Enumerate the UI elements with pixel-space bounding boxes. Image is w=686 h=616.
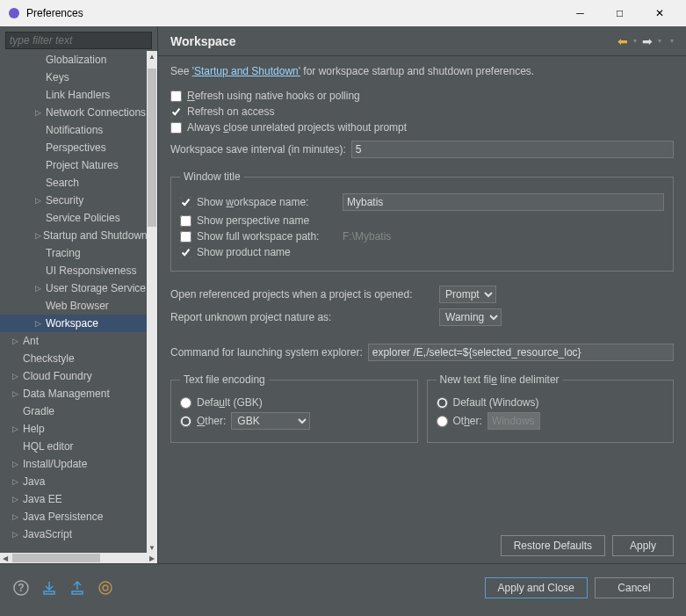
show-perspective-checkbox[interactable] xyxy=(180,215,191,227)
close-unrelated-label: Always close unrelated projects without … xyxy=(187,121,407,134)
delimiter-other-radio[interactable] xyxy=(437,416,448,427)
filter-input[interactable] xyxy=(5,32,152,49)
app-icon xyxy=(7,6,21,20)
tree-item-ant[interactable]: ▷Ant xyxy=(0,332,147,350)
tree-item-install-update[interactable]: ▷Install/Update xyxy=(0,455,147,473)
tree-item-keys[interactable]: Keys xyxy=(0,69,147,86)
tree-arrow-icon: ▷ xyxy=(12,337,21,345)
tree-item-perspectives[interactable]: Perspectives xyxy=(0,139,147,156)
close-unrelated-checkbox[interactable] xyxy=(170,122,182,134)
encoding-other-select[interactable]: GBK xyxy=(231,412,310,430)
tree-item-network-connections[interactable]: ▷Network Connections xyxy=(0,104,147,121)
tree-item-label: Project Natures xyxy=(46,159,119,171)
tree-item-java-ee[interactable]: ▷Java EE xyxy=(0,490,147,508)
tree-item-label: Web Browser xyxy=(46,300,109,312)
refresh-hooks-checkbox[interactable] xyxy=(170,91,182,102)
save-interval-input[interactable] xyxy=(351,141,674,158)
cancel-button[interactable]: Cancel xyxy=(595,577,674,598)
vertical-scrollbar[interactable]: ▲ ▼ xyxy=(147,51,157,553)
show-product-checkbox[interactable] xyxy=(180,247,191,258)
titlebar: Preferences ─ □ ✕ xyxy=(0,0,686,26)
show-perspective-label: Show perspective name xyxy=(197,214,309,227)
main-panel: Workspace ⬅ ▾ ➡ ▾ ▾ See 'Startup and Shu… xyxy=(158,26,686,563)
encoding-other-radio[interactable] xyxy=(180,416,191,427)
apply-button[interactable]: Apply xyxy=(612,535,674,556)
show-full-path-label: Show full workspace path: xyxy=(197,230,337,243)
tree-item-javascript[interactable]: ▷JavaScript xyxy=(0,525,147,543)
nav-menu-icon[interactable]: ▾ xyxy=(670,37,674,45)
tree-item-tracing[interactable]: Tracing xyxy=(0,244,147,262)
delimiter-default-radio[interactable] xyxy=(437,397,448,409)
tree-item-notifications[interactable]: Notifications xyxy=(0,121,147,139)
export-icon[interactable] xyxy=(69,579,86,597)
tree-item-checkstyle[interactable]: Checkstyle xyxy=(0,350,147,367)
tree-item-java-persistence[interactable]: ▷Java Persistence xyxy=(0,508,147,525)
encoding-default-radio[interactable] xyxy=(180,397,191,409)
tree-item-data-management[interactable]: ▷Data Management xyxy=(0,385,147,402)
nav-back-icon[interactable]: ⬅ xyxy=(617,34,628,48)
minimize-button[interactable]: ─ xyxy=(560,0,600,26)
tree-item-workspace[interactable]: ▷Workspace xyxy=(0,315,147,332)
tree-item-cloud-foundry[interactable]: ▷Cloud Foundry xyxy=(0,367,147,385)
nav-back-menu-icon[interactable]: ▾ xyxy=(633,37,637,45)
workspace-name-input[interactable] xyxy=(343,193,664,211)
explorer-command-label: Command for launching system explorer: xyxy=(170,346,363,359)
tree-arrow-icon: ▷ xyxy=(12,460,21,468)
tree-item-label: Java Persistence xyxy=(23,511,103,523)
svg-point-3 xyxy=(99,582,112,594)
tree-item-label: Security xyxy=(46,194,83,207)
page-button-row: Restore Defaults Apply xyxy=(158,530,686,563)
tree-item-label: Startup and Shutdown xyxy=(43,229,147,242)
tree-item-label: Java EE xyxy=(23,493,62,505)
delimiter-legend: New text file line delimiter xyxy=(437,373,563,386)
hscroll-thumb[interactable] xyxy=(12,554,100,562)
tree-item-search[interactable]: Search xyxy=(0,174,147,192)
svg-text:?: ? xyxy=(18,582,24,594)
apply-and-close-button[interactable]: Apply and Close xyxy=(485,577,588,598)
report-nature-select[interactable]: Warning xyxy=(439,308,502,326)
tree-item-web-browser[interactable]: Web Browser xyxy=(0,297,147,315)
tree-item-ui-responsiveness[interactable]: UI Responsiveness xyxy=(0,262,147,279)
delimiter-default-label: Default (Windows) xyxy=(453,396,539,409)
tree-item-gradle[interactable]: Gradle xyxy=(0,402,147,420)
horizontal-scrollbar[interactable]: ◀ ▶ xyxy=(0,553,157,563)
explorer-command-input[interactable] xyxy=(368,344,674,361)
tree-item-java[interactable]: ▷Java xyxy=(0,473,147,490)
nav-forward-menu-icon[interactable]: ▾ xyxy=(658,37,661,45)
tree-item-project-natures[interactable]: Project Natures xyxy=(0,156,147,174)
scroll-left-icon[interactable]: ◀ xyxy=(0,553,11,563)
tree-item-link-handlers[interactable]: Link Handlers xyxy=(0,86,147,104)
svg-point-4 xyxy=(103,585,108,591)
startup-shutdown-link[interactable]: 'Startup and Shutdown' xyxy=(192,65,300,77)
maximize-button[interactable]: □ xyxy=(600,0,639,26)
close-button[interactable]: ✕ xyxy=(639,0,679,26)
tree-item-hql-editor[interactable]: HQL editor xyxy=(0,438,147,455)
oomph-icon[interactable] xyxy=(97,579,114,597)
tree-item-label: Tracing xyxy=(46,247,81,259)
nav-forward-icon[interactable]: ➡ xyxy=(642,34,653,48)
tree-item-label: Cloud Foundry xyxy=(23,370,92,382)
tree-item-globalization[interactable]: Globalization xyxy=(0,51,147,69)
scroll-up-icon[interactable]: ▲ xyxy=(147,51,157,62)
tree-item-label: Install/Update xyxy=(23,458,87,470)
tree-item-help[interactable]: ▷Help xyxy=(0,420,147,438)
import-icon[interactable] xyxy=(40,579,58,597)
show-full-path-checkbox[interactable] xyxy=(180,231,191,243)
show-workspace-name-checkbox[interactable] xyxy=(180,197,191,208)
open-referenced-select[interactable]: Prompt xyxy=(439,286,496,303)
tree-item-label: Checkstyle xyxy=(23,352,75,365)
scroll-right-icon[interactable]: ▶ xyxy=(147,553,157,563)
show-product-label: Show product name xyxy=(197,246,291,258)
refresh-access-checkbox[interactable] xyxy=(170,106,182,118)
tree-item-security[interactable]: ▷Security xyxy=(0,192,147,209)
help-icon[interactable]: ? xyxy=(12,579,30,597)
scroll-thumb[interactable] xyxy=(148,69,156,227)
tree-item-startup-and-shutdown[interactable]: ▷Startup and Shutdown xyxy=(0,227,147,244)
tree-item-service-policies[interactable]: Service Policies xyxy=(0,209,147,227)
tree-item-user-storage-service[interactable]: ▷User Storage Service xyxy=(0,279,147,297)
restore-defaults-button[interactable]: Restore Defaults xyxy=(501,535,605,556)
tree-arrow-icon: ▷ xyxy=(12,389,21,398)
scroll-down-icon[interactable]: ▼ xyxy=(147,542,157,553)
encoding-legend: Text file encoding xyxy=(180,373,269,386)
tree-item-label: UI Responsiveness xyxy=(46,265,136,277)
